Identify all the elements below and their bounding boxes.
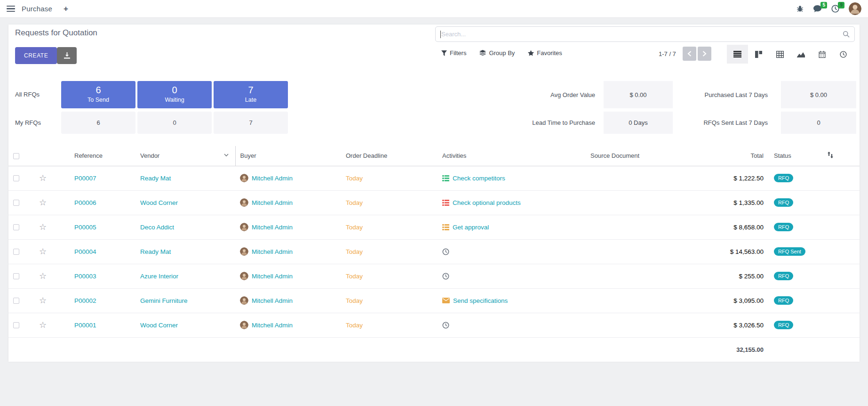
row-checkbox[interactable] — [13, 249, 19, 255]
favorite-star-icon[interactable]: ☆ — [39, 247, 47, 256]
reference-link[interactable]: P00001 — [74, 322, 96, 329]
export-button[interactable] — [57, 47, 77, 64]
activity-type-icon[interactable] — [442, 322, 449, 329]
column-header-vendor[interactable]: Vendor — [126, 146, 235, 166]
activity-label[interactable]: Check competitors — [453, 175, 505, 182]
table-row[interactable]: ☆ P00004 Ready Mat Mitchell Admin Today … — [8, 239, 860, 264]
pager-previous-button[interactable] — [683, 47, 696, 61]
column-header-buyer[interactable]: Buyer — [235, 146, 341, 166]
my-waiting-count[interactable]: 0 — [137, 112, 212, 134]
pivot-view-button[interactable] — [769, 45, 790, 64]
buyer-link[interactable]: Mitchell Admin — [252, 224, 293, 231]
table-row[interactable]: ☆ P00003 Azure Interior Mitchell Admin T… — [8, 264, 860, 288]
row-checkbox[interactable] — [13, 200, 19, 206]
vendor-link[interactable]: Deco Addict — [140, 224, 174, 231]
tile-late[interactable]: 7 Late — [214, 81, 288, 108]
activity-label[interactable]: Check optional products — [453, 199, 521, 206]
activity-type-icon[interactable] — [442, 248, 449, 255]
debug-bug-icon[interactable] — [796, 5, 804, 12]
activities-clock-icon[interactable]: 9 — [831, 5, 839, 13]
kanban-view-button[interactable] — [748, 45, 769, 64]
vendor-link[interactable]: Azure Interior — [140, 273, 178, 280]
all-rfqs-label: All RFQs — [15, 91, 40, 98]
group-by-button[interactable]: Group By — [479, 49, 515, 57]
list-view-button[interactable] — [727, 45, 748, 64]
reference-link[interactable]: P00003 — [74, 273, 96, 280]
create-button[interactable]: CREATE — [15, 47, 57, 64]
activity-type-icon[interactable] — [442, 224, 449, 230]
favorites-button[interactable]: Favorites — [528, 49, 562, 57]
buyer-link[interactable]: Mitchell Admin — [252, 199, 293, 206]
activity-label[interactable]: Send specifications — [453, 297, 508, 304]
row-checkbox[interactable] — [13, 175, 19, 181]
buyer-link[interactable]: Mitchell Admin — [252, 273, 293, 280]
table-row[interactable]: ☆ P00001 Wood Corner Mitchell Admin Toda… — [8, 313, 860, 337]
table-row[interactable]: ☆ P00005 Deco Addict Mitchell Admin Toda… — [8, 215, 860, 239]
row-checkbox[interactable] — [13, 273, 19, 279]
user-avatar[interactable] — [849, 2, 861, 15]
table-row[interactable]: ☆ P00007 Ready Mat Mitchell Admin Today … — [8, 166, 860, 190]
column-header-activities[interactable]: Activities — [438, 146, 586, 166]
table-row[interactable]: ☆ P00006 Wood Corner Mitchell Admin Toda… — [8, 190, 860, 215]
status-badge: RFQ — [774, 223, 793, 231]
buyer-link[interactable]: Mitchell Admin — [252, 175, 293, 182]
column-header-reference[interactable]: Reference — [60, 146, 126, 166]
vendor-link[interactable]: Gemini Furniture — [140, 297, 188, 304]
buyer-link[interactable]: Mitchell Admin — [252, 248, 293, 255]
tile-to-send[interactable]: 6 To Send — [61, 81, 135, 108]
select-all-checkbox[interactable] — [13, 153, 19, 159]
activity-type-icon[interactable] — [442, 175, 449, 181]
favorite-star-icon[interactable]: ☆ — [39, 222, 47, 232]
column-header-status[interactable]: Status — [769, 146, 822, 166]
vendor-link[interactable]: Wood Corner — [140, 322, 178, 329]
column-header-total[interactable]: Total — [714, 146, 769, 166]
reference-link[interactable]: P00007 — [74, 175, 96, 182]
app-name[interactable]: Purchase — [22, 5, 52, 13]
vendor-link[interactable]: Ready Mat — [140, 175, 171, 182]
buyer-link[interactable]: Mitchell Admin — [252, 297, 293, 304]
activity-type-icon[interactable] — [442, 298, 450, 303]
favorite-star-icon[interactable]: ☆ — [39, 296, 47, 305]
row-checkbox[interactable] — [13, 224, 19, 230]
table-row[interactable]: ☆ P00002 Gemini Furniture Mitchell Admin… — [8, 288, 860, 313]
favorite-star-icon[interactable]: ☆ — [39, 173, 47, 183]
reference-link[interactable]: P00006 — [74, 199, 96, 206]
table-footer-row: 32,155.00 — [8, 337, 860, 362]
total-amount: $ 14,563.00 — [730, 248, 764, 255]
pager-next-button[interactable] — [698, 47, 711, 61]
favorite-star-icon[interactable]: ☆ — [39, 320, 47, 330]
source-document-cell — [586, 264, 714, 288]
search-bar[interactable] — [435, 26, 855, 42]
hamburger-menu-icon[interactable] — [7, 6, 15, 12]
vendor-link[interactable]: Ready Mat — [140, 248, 171, 255]
graph-view-button[interactable] — [790, 45, 812, 64]
activity-label[interactable]: Get approval — [453, 224, 489, 231]
activity-type-icon[interactable] — [442, 273, 449, 280]
row-checkbox[interactable] — [13, 322, 19, 328]
filters-button[interactable]: Filters — [441, 49, 466, 57]
messages-badge: 5 — [820, 2, 827, 8]
my-to-send-count[interactable]: 6 — [61, 112, 135, 134]
search-input[interactable] — [441, 31, 843, 38]
reference-link[interactable]: P00005 — [74, 224, 96, 231]
row-checkbox[interactable] — [13, 298, 19, 304]
filter-icon — [441, 50, 447, 56]
my-late-count[interactable]: 7 — [214, 112, 288, 134]
buyer-link[interactable]: Mitchell Admin — [252, 322, 293, 329]
favorite-star-icon[interactable]: ☆ — [39, 271, 47, 281]
reference-link[interactable]: P00004 — [74, 248, 96, 255]
kpi-rfqs-sent: 0 — [781, 112, 856, 134]
favorite-star-icon[interactable]: ☆ — [39, 198, 47, 207]
activity-type-icon[interactable] — [442, 200, 449, 206]
toggle-columns-icon[interactable] — [827, 152, 834, 158]
tile-waiting[interactable]: 0 Waiting — [137, 81, 212, 108]
messages-icon[interactable]: 5 — [813, 5, 822, 13]
reference-link[interactable]: P00002 — [74, 297, 96, 304]
column-header-deadline[interactable]: Order Deadline — [341, 146, 438, 166]
search-icon[interactable] — [843, 31, 850, 38]
activity-view-button[interactable] — [833, 45, 854, 64]
column-header-source[interactable]: Source Document — [586, 146, 714, 166]
new-tab-button[interactable]: + — [64, 4, 68, 14]
vendor-link[interactable]: Wood Corner — [140, 199, 178, 206]
calendar-view-button[interactable] — [812, 45, 833, 64]
